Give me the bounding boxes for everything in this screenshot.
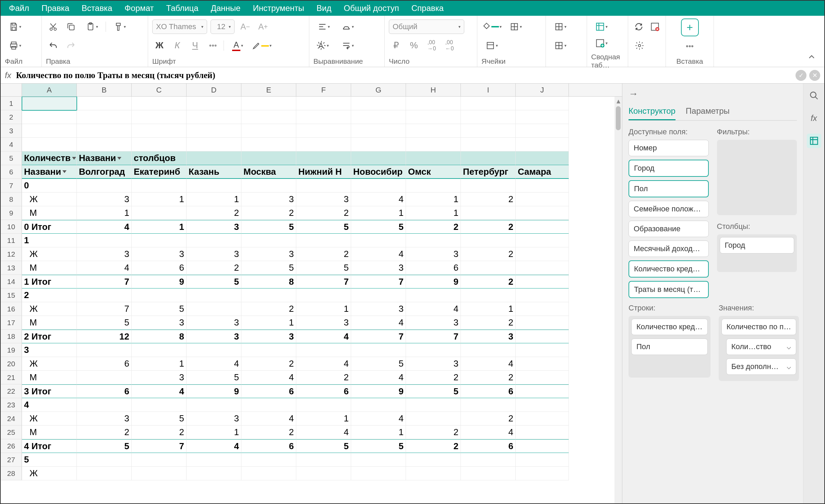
- cell-J2[interactable]: [516, 110, 569, 124]
- cell-H7[interactable]: [406, 179, 461, 193]
- value-extra-select[interactable]: Без дополн…: [726, 358, 796, 375]
- cell-C28[interactable]: [132, 467, 187, 480]
- row-head-21[interactable]: 21: [1, 371, 22, 384]
- wrap-text-button[interactable]: ▾: [337, 38, 358, 53]
- row-head-5[interactable]: 5: [1, 151, 22, 165]
- cell-D17[interactable]: 3: [187, 316, 241, 330]
- cell-F12[interactable]: 2: [296, 247, 351, 261]
- cell-G13[interactable]: 3: [351, 261, 406, 275]
- cell-G5[interactable]: [351, 151, 406, 165]
- cell-F7[interactable]: [296, 179, 351, 193]
- cell-F16[interactable]: 1: [296, 302, 351, 316]
- cell-F24[interactable]: 1: [296, 412, 351, 426]
- cell-D7[interactable]: [187, 179, 241, 193]
- more-insert-button[interactable]: •••: [683, 39, 697, 53]
- cell-I28[interactable]: [461, 467, 516, 480]
- val-field-Количество по п…[interactable]: Количество по п…: [721, 319, 796, 335]
- tab-designer[interactable]: Конструктор: [629, 106, 675, 120]
- cell-C14[interactable]: 9: [132, 275, 187, 288]
- cell-B19[interactable]: [77, 343, 132, 357]
- row-head-10[interactable]: 10: [1, 220, 22, 234]
- row-head-11[interactable]: 11: [1, 234, 22, 247]
- cell-D8[interactable]: 1: [187, 193, 241, 206]
- cell-F15[interactable]: [296, 288, 351, 302]
- cell-F27[interactable]: [296, 453, 351, 467]
- cell-G8[interactable]: 4: [351, 193, 406, 206]
- cell-F11[interactable]: [296, 234, 351, 247]
- menu-общий доступ[interactable]: Общий доступ: [339, 1, 404, 15]
- cell-J16[interactable]: [516, 302, 569, 316]
- formula-input[interactable]: Количество по полю Траты в месяц (тысяч …: [16, 71, 791, 80]
- cell-E20[interactable]: 2: [241, 357, 296, 371]
- pivot-icon[interactable]: [807, 134, 821, 148]
- cell-E10[interactable]: 5: [241, 220, 296, 234]
- cell-I25[interactable]: 4: [461, 426, 516, 439]
- cell-F3[interactable]: [296, 124, 351, 138]
- cell-A21[interactable]: М: [22, 371, 77, 384]
- cell-A1[interactable]: [22, 97, 77, 110]
- cell-B24[interactable]: 3: [77, 412, 132, 426]
- cell-G6[interactable]: Новосибир: [351, 165, 406, 179]
- cell-B28[interactable]: [77, 467, 132, 480]
- cell-J6[interactable]: Самара: [516, 165, 569, 179]
- row-head-24[interactable]: 24: [1, 412, 22, 426]
- cell-B15[interactable]: [77, 288, 132, 302]
- cell-J22[interactable]: [516, 384, 569, 398]
- row-head-19[interactable]: 19: [1, 343, 22, 357]
- cell-B1[interactable]: [77, 97, 132, 110]
- cell-C12[interactable]: 3: [132, 247, 187, 261]
- vertical-scrollbar[interactable]: ▴: [614, 97, 622, 503]
- row-head-4[interactable]: 4: [1, 138, 22, 151]
- cell-I4[interactable]: [461, 138, 516, 151]
- cell-F22[interactable]: 6: [296, 384, 351, 398]
- cell-F19[interactable]: [296, 343, 351, 357]
- menu-данные[interactable]: Данные: [206, 1, 246, 15]
- underline-button[interactable]: Ч: [188, 38, 202, 53]
- cell-I5[interactable]: [461, 151, 516, 165]
- menu-вставка[interactable]: Вставка: [77, 1, 117, 15]
- cell-E4[interactable]: [241, 138, 296, 151]
- font-size-select[interactable]: 12▾: [211, 20, 235, 34]
- select-all-corner[interactable]: [1, 84, 22, 96]
- collapse-ribbon-button[interactable]: [804, 50, 819, 64]
- align-h-button[interactable]: ▾: [313, 20, 334, 34]
- cell-F8[interactable]: 3: [296, 193, 351, 206]
- cell-C11[interactable]: [132, 234, 187, 247]
- cell-F5[interactable]: [296, 151, 351, 165]
- decrease-font-button[interactable]: A−: [238, 20, 252, 34]
- undo-button[interactable]: [46, 38, 60, 53]
- cell-I22[interactable]: 6: [461, 384, 516, 398]
- cell-A12[interactable]: Ж: [22, 247, 77, 261]
- cell-C13[interactable]: 6: [132, 261, 187, 275]
- cell-B17[interactable]: 5: [77, 316, 132, 330]
- cell-I9[interactable]: [461, 206, 516, 220]
- cell-J24[interactable]: [516, 412, 569, 426]
- cell-F4[interactable]: [296, 138, 351, 151]
- cell-J11[interactable]: [516, 234, 569, 247]
- cell-G15[interactable]: [351, 288, 406, 302]
- cell-F28[interactable]: [296, 467, 351, 480]
- spreadsheet[interactable]: ABCDEFGHIJ12345КоличествНазванистолбцов6…: [1, 84, 622, 503]
- cell-I14[interactable]: 2: [461, 275, 516, 288]
- field-Номер[interactable]: Номер: [629, 140, 709, 156]
- cell-G4[interactable]: [351, 138, 406, 151]
- cell-G3[interactable]: [351, 124, 406, 138]
- col-head-B[interactable]: B: [77, 84, 132, 96]
- cell-F26[interactable]: 5: [296, 439, 351, 453]
- row-head-13[interactable]: 13: [1, 261, 22, 275]
- cell-E26[interactable]: 6: [241, 439, 296, 453]
- cell-E12[interactable]: 3: [241, 247, 296, 261]
- row-head-3[interactable]: 3: [1, 124, 22, 138]
- row-head-17[interactable]: 17: [1, 316, 22, 330]
- increase-decimal-button[interactable]: ,00→0: [425, 38, 439, 53]
- print-button[interactable]: ▾: [5, 38, 25, 53]
- cell-I11[interactable]: [461, 234, 516, 247]
- row-head-6[interactable]: 6: [1, 165, 22, 179]
- row-head-22[interactable]: 22: [1, 384, 22, 398]
- cell-D1[interactable]: [187, 97, 241, 110]
- formula-cancel-button[interactable]: ✕: [809, 70, 820, 81]
- menu-формат[interactable]: Формат: [120, 1, 158, 15]
- cell-E13[interactable]: 5: [241, 261, 296, 275]
- cell-J28[interactable]: [516, 467, 569, 480]
- cut-button[interactable]: [46, 20, 60, 34]
